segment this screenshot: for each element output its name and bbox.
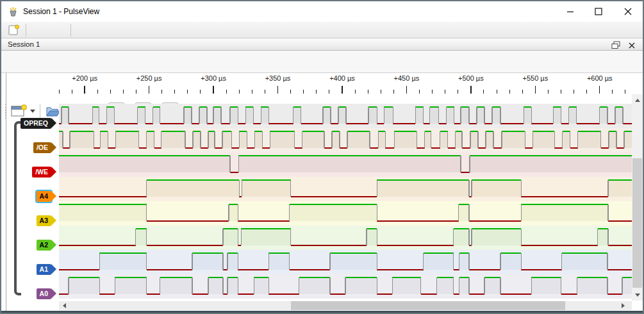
vertical-scrollbar[interactable] [632, 94, 643, 301]
scroll-down-button[interactable] [632, 290, 643, 299]
ruler-label: +450 µs [386, 74, 427, 82]
titlebar: Session 1 - PulseView [1, 1, 643, 22]
ruler-label: +550 µs [515, 74, 556, 82]
dock-title: Session 1 [8, 38, 40, 50]
chevron-left-icon [63, 303, 66, 308]
ruler-label: +600 µs [579, 74, 620, 82]
waveform-canvas[interactable] [59, 94, 632, 301]
ruler-label: +200 µs [64, 74, 105, 82]
float-icon [611, 41, 620, 49]
window-title: Session 1 - PulseView [23, 1, 99, 22]
chevron-up-icon [635, 99, 640, 102]
channel-label-we[interactable]: /WE [32, 167, 51, 178]
channel-label-opreq[interactable]: OPREQ [21, 118, 51, 129]
dock-close-icon [628, 42, 636, 49]
minimize-button[interactable] [556, 1, 584, 21]
vertical-scroll-handle[interactable] [632, 158, 642, 288]
close-icon [624, 8, 632, 15]
window-bottom-edge [1, 311, 643, 314]
close-button[interactable] [614, 1, 642, 21]
scroll-left-button[interactable] [59, 301, 69, 310]
dock-header[interactable]: Session 1 [1, 38, 643, 51]
new-session-icon [10, 103, 28, 119]
ruler-label: +500 µs [450, 74, 491, 82]
channel-label-a0[interactable]: A0 [37, 288, 51, 299]
new-file-button[interactable] [7, 24, 20, 39]
horizontal-scroll-handle[interactable] [291, 301, 565, 310]
scroll-up-button[interactable] [632, 95, 643, 104]
pulseview-window: Session 1 - PulseView Run Session 1 ✕ [0, 0, 644, 314]
new-file-icon [7, 24, 20, 37]
ruler-label: +400 µs [322, 74, 363, 82]
ruler-label: +300 µs [193, 74, 234, 82]
new-session-button[interactable] [10, 103, 28, 119]
maximize-icon [595, 8, 602, 15]
main-toolbar: Saleae Logic 2 k samples 3 MHz f(x) [1, 51, 643, 73]
channel-label-a4[interactable]: A4 [37, 191, 51, 202]
channel-label-oe[interactable]: /OE [33, 142, 51, 153]
view-left-border [6, 73, 6, 311]
channel-label-a1[interactable]: A1 [37, 264, 51, 275]
maximize-button[interactable] [584, 1, 613, 21]
channel-group-bracket[interactable] [14, 121, 21, 295]
chevron-down-icon [635, 293, 640, 297]
app-icon [8, 6, 19, 20]
channel-label-a2[interactable]: A2 [37, 240, 51, 251]
new-session-dropdown[interactable] [30, 110, 35, 113]
tab-row: Run Session 1 ✕ [1, 22, 643, 38]
scroll-right-button[interactable] [618, 301, 628, 310]
chevron-right-icon [622, 303, 625, 308]
minimize-icon [566, 8, 574, 15]
channel-label-a3[interactable]: A3 [37, 215, 51, 226]
ruler-label: +250 µs [129, 74, 170, 82]
ruler-label: +350 µs [258, 74, 299, 82]
horizontal-scrollbar[interactable] [59, 301, 632, 310]
